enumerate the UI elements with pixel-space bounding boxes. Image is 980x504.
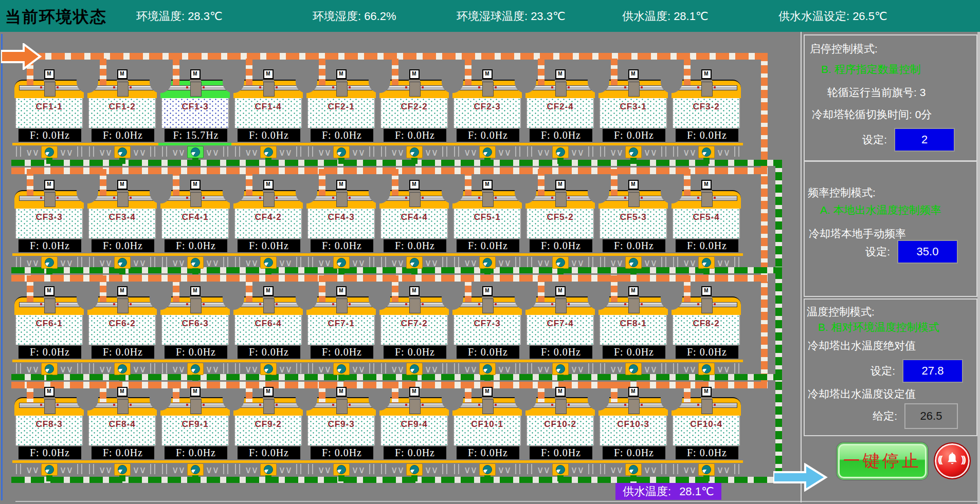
fan-hub [482, 399, 494, 414]
cooling-tower[interactable]: M CF7-4 F: 0.0Hz ∨∨ ∨∨ [525, 286, 595, 382]
tower-base: ∨∨ ∨∨ [87, 145, 157, 159]
tower-label: CF8-4 [89, 419, 155, 430]
frequency-display: F: 0.0Hz [165, 346, 227, 359]
cooling-tower[interactable]: M CF2-1 F: 0.0Hz ∨∨ ∨∨ [306, 69, 376, 165]
fan-hub [701, 192, 713, 207]
fan-motor-icon: M [701, 69, 712, 80]
cooling-tower[interactable]: M CF4-4 F: 0.0Hz ∨∨ ∨∨ [379, 180, 449, 275]
louver-icon: ∨∨ [206, 465, 219, 475]
louver-icon: ∨∨ [26, 364, 39, 374]
cooling-tower[interactable]: M CF8-4 F: 0.0Hz ∨∨ ∨∨ [87, 387, 157, 482]
pump-icon [260, 463, 277, 476]
fan-motor-icon: M [482, 286, 493, 297]
cooling-tower[interactable]: M CF6-1 F: 0.0Hz ∨∨ ∨∨ [14, 286, 84, 382]
cooling-tower[interactable]: M CF6-4 F: 0.0Hz ∨∨ ∨∨ [233, 286, 303, 382]
frequency-display: F: 0.0Hz [603, 346, 665, 359]
louver-icon: ∨∨ [537, 364, 550, 374]
cooling-tower[interactable]: M CF8-3 F: 0.0Hz ∨∨ ∨∨ [14, 387, 84, 482]
supply-pipe-stub [27, 382, 33, 403]
louver-icon: ∨∨ [537, 147, 550, 157]
louver-icon: ∨∨ [60, 258, 73, 268]
tower-label: CF5-1 [454, 212, 520, 222]
frequency-display: F: 0.0Hz [457, 129, 519, 142]
cooling-tower[interactable]: M CF10-3 F: 0.0Hz ∨∨ ∨∨ [598, 387, 668, 482]
supply-pipe-stub [319, 382, 325, 403]
supply-pipe-stub [538, 169, 545, 196]
fan-hub [628, 82, 640, 97]
cooling-tower[interactable]: M CF1-2 F: 0.0Hz ∨∨ ∨∨ [87, 69, 157, 165]
cooling-tower[interactable]: M CF10-1 F: 0.0Hz ∨∨ ∨∨ [452, 387, 522, 482]
cooling-tower[interactable]: M CF5-1 F: 0.0Hz ∨∨ ∨∨ [452, 180, 522, 275]
tower-base: ∨∨ ∨∨ [306, 256, 376, 269]
cooling-tower[interactable]: M CF8-1 F: 0.0Hz ∨∨ ∨∨ [598, 286, 668, 382]
supply-pipe-stub [319, 169, 325, 196]
louver-icon: ∨∨ [464, 258, 477, 268]
cooling-tower[interactable]: M CF4-2 F: 0.0Hz ∨∨ ∨∨ [233, 180, 303, 275]
cooling-tower[interactable]: M CF7-2 F: 0.0Hz ∨∨ ∨∨ [379, 286, 449, 382]
fan-deck [306, 296, 376, 315]
frequency-display: F: 0.0Hz [311, 239, 373, 252]
louver-icon: ∨∨ [644, 147, 657, 157]
fan-hub [117, 192, 129, 207]
tower-label: CF1-2 [89, 102, 155, 112]
tower-base: ∨∨ ∨∨ [160, 256, 230, 269]
cooling-tower[interactable]: M CF10-4 F: 0.0Hz ∨∨ ∨∨ [672, 387, 741, 482]
cooling-tower[interactable]: M CF8-2 F: 0.0Hz ∨∨ ∨∨ [672, 286, 741, 382]
fan-hub [482, 82, 494, 97]
cooling-tower[interactable]: M CF3-1 F: 0.0Hz ∨∨ ∨∨ [598, 69, 668, 165]
pump-icon [698, 146, 715, 158]
fan-hub [409, 82, 421, 97]
pump-icon [406, 363, 423, 375]
cooling-tower[interactable]: M CF1-3 F: 15.7Hz ∨∨ ∨∨ [160, 69, 230, 165]
pump-icon [260, 146, 277, 158]
fan-hub [44, 82, 56, 97]
fan-motor-icon: M [409, 387, 420, 398]
cooling-tower[interactable]: M CF9-1 F: 0.0Hz ∨∨ ∨∨ [160, 387, 230, 482]
cooling-tower[interactable]: M CF9-2 F: 0.0Hz ∨∨ ∨∨ [233, 387, 303, 482]
louver-icon: ∨∨ [610, 465, 623, 475]
tower-base: ∨∨ ∨∨ [598, 463, 668, 476]
cooling-tower[interactable]: M CF7-1 F: 0.0Hz ∨∨ ∨∨ [306, 286, 376, 382]
outlet-temp-given-value[interactable]: 26.5 [904, 403, 958, 429]
fan-deck [160, 190, 230, 209]
one-key-stop-button[interactable]: 一键停止 [837, 442, 928, 480]
tower-count-setpoint-input[interactable]: 2 [894, 128, 955, 152]
cooling-tower[interactable]: M CF1-1 F: 0.0Hz ∨∨ ∨∨ [14, 69, 84, 165]
frequency-display: F: 0.0Hz [530, 129, 592, 142]
cooling-tower[interactable]: M CF3-4 F: 0.0Hz ∨∨ ∨∨ [87, 180, 157, 275]
cooling-tower[interactable]: M CF6-2 F: 0.0Hz ∨∨ ∨∨ [87, 286, 157, 382]
tower-body: CF9-4 [380, 415, 448, 445]
louver-icon: ∨∨ [245, 465, 258, 475]
return-pipe-stub [192, 268, 198, 274]
cooling-tower[interactable]: M CF5-3 F: 0.0Hz ∨∨ ∨∨ [598, 180, 668, 275]
cooling-tower[interactable]: M CF3-3 F: 0.0Hz ∨∨ ∨∨ [14, 180, 84, 275]
cooling-tower[interactable]: M CF9-4 F: 0.0Hz ∨∨ ∨∨ [379, 387, 449, 482]
cooling-tower[interactable]: M CF4-3 F: 0.0Hz ∨∨ ∨∨ [306, 180, 376, 275]
cooling-tower[interactable]: M CF1-4 F: 0.0Hz ∨∨ ∨∨ [233, 69, 303, 165]
tower-base: ∨∨ ∨∨ [14, 362, 84, 376]
frequency-display: F: 0.0Hz [92, 129, 154, 142]
cooling-tower[interactable]: M CF2-4 F: 0.0Hz ∨∨ ∨∨ [525, 69, 595, 165]
cooling-tower[interactable]: M CF3-2 F: 0.0Hz ∨∨ ∨∨ [672, 69, 741, 165]
cooling-tower[interactable]: M CF9-3 F: 0.0Hz ∨∨ ∨∨ [306, 387, 376, 482]
section-title: 启停控制模式: [810, 42, 878, 56]
tower-row: M CF3-3 F: 0.0Hz ∨∨ ∨∨ M [14, 180, 741, 275]
cooling-tower[interactable]: M CF6-3 F: 0.0Hz ∨∨ ∨∨ [160, 286, 230, 382]
cooling-tower[interactable]: M CF5-4 F: 0.0Hz ∨∨ ∨∨ [672, 180, 741, 275]
louver-icon: ∨∨ [26, 465, 39, 475]
cooling-tower[interactable]: M CF4-1 F: 0.0Hz ∨∨ ∨∨ [160, 180, 230, 275]
manual-frequency-setpoint-input[interactable]: 35.0 [897, 240, 958, 264]
frequency-display: F: 0.0Hz [165, 446, 227, 459]
louver-icon: ∨∨ [245, 147, 258, 157]
cooling-tower[interactable]: M CF5-2 F: 0.0Hz ∨∨ ∨∨ [525, 180, 595, 275]
alarm-bell-icon[interactable]: (( )) [934, 442, 971, 479]
cooling-tower[interactable]: M CF2-3 F: 0.0Hz ∨∨ ∨∨ [452, 69, 522, 165]
fan-hub [482, 298, 494, 313]
cooling-tower[interactable]: M CF7-3 F: 0.0Hz ∨∨ ∨∨ [452, 286, 522, 382]
cooling-tower[interactable]: M CF2-2 F: 0.0Hz ∨∨ ∨∨ [379, 69, 449, 165]
cooling-tower[interactable]: M CF10-2 F: 0.0Hz ∨∨ ∨∨ [525, 387, 595, 482]
fan-deck [233, 80, 303, 98]
outlet-temp-setpoint-input[interactable]: 27.8 [902, 359, 963, 383]
louver-icon: ∨∨ [498, 258, 511, 268]
louver-icon: ∨∨ [352, 465, 365, 475]
